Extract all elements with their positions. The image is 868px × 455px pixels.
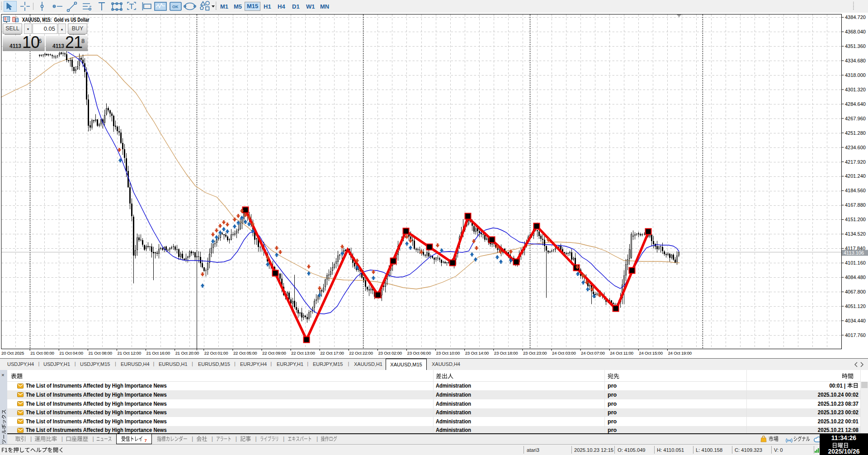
svg-text:4184.560: 4184.560	[845, 188, 866, 193]
svg-text:4134.520: 4134.520	[845, 231, 866, 237]
svg-text:24 Oct 07:00: 24 Oct 07:00	[581, 351, 605, 355]
svg-text:4251.280: 4251.280	[845, 130, 866, 136]
svg-text:4151.200: 4151.200	[845, 217, 866, 222]
svg-text:4284.640: 4284.640	[845, 101, 866, 107]
svg-text:4051.120: 4051.120	[845, 303, 866, 309]
svg-text:4101.160: 4101.160	[845, 260, 866, 265]
svg-text:24 Oct 11:00: 24 Oct 11:00	[610, 351, 633, 355]
svg-text:4301.320: 4301.320	[845, 87, 866, 92]
svg-text:4334.680: 4334.680	[845, 58, 866, 63]
svg-text:21 Oct 16:00: 21 Oct 16:00	[146, 351, 170, 355]
svg-text:23 Oct 02:00: 23 Oct 02:00	[378, 351, 402, 355]
svg-text:4267.960: 4267.960	[845, 116, 866, 121]
svg-text:24 Oct 03:00: 24 Oct 03:00	[552, 351, 576, 355]
svg-text:22 Oct 09:00: 22 Oct 09:00	[262, 351, 286, 355]
svg-text:20 Oct 2025: 20 Oct 2025	[1, 351, 24, 355]
svg-text:24 Oct 19:00: 24 Oct 19:00	[668, 351, 692, 355]
svg-text:22 Oct 13:00: 22 Oct 13:00	[291, 351, 315, 355]
svg-text:23 Oct 23:00: 23 Oct 23:00	[523, 351, 547, 355]
svg-text:4351.360: 4351.360	[845, 43, 866, 49]
svg-text:21 Oct 00:00: 21 Oct 00:00	[30, 351, 54, 355]
svg-text:4217.920: 4217.920	[845, 159, 866, 165]
svg-text:21 Oct 04:00: 21 Oct 04:00	[59, 351, 83, 355]
svg-text:OK: OK	[172, 5, 179, 9]
svg-text:4067.800: 4067.800	[845, 289, 866, 294]
svg-text:4384.720: 4384.720	[845, 14, 866, 20]
svg-text:4201.240: 4201.240	[845, 173, 866, 179]
svg-text:21 Oct 08:00: 21 Oct 08:00	[88, 351, 112, 355]
svg-text:4318.000: 4318.000	[845, 72, 866, 78]
svg-text:4113.106: 4113.106	[844, 250, 864, 256]
svg-text:22 Oct 17:00: 22 Oct 17:00	[320, 351, 344, 355]
svg-text:23 Oct 10:00: 23 Oct 10:00	[436, 351, 460, 355]
svg-text:4234.600: 4234.600	[845, 145, 866, 150]
svg-text:4084.480: 4084.480	[845, 275, 866, 280]
svg-text:23 Oct 06:00: 23 Oct 06:00	[407, 351, 431, 355]
svg-text:4034.440: 4034.440	[845, 318, 866, 323]
svg-text:22 Oct 22:00: 22 Oct 22:00	[349, 351, 373, 355]
svg-text:23 Oct 14:00: 23 Oct 14:00	[465, 351, 489, 355]
svg-text:4167.880: 4167.880	[845, 202, 866, 208]
svg-text:22 Oct 01:00: 22 Oct 01:00	[204, 351, 228, 355]
svg-text:21 Oct 12:00: 21 Oct 12:00	[118, 351, 142, 355]
svg-text:22 Oct 05:00: 22 Oct 05:00	[233, 351, 257, 355]
svg-text:23 Oct 18:00: 23 Oct 18:00	[494, 351, 518, 355]
svg-text:4368.040: 4368.040	[845, 29, 866, 34]
svg-text:24 Oct 15:00: 24 Oct 15:00	[639, 351, 663, 355]
svg-text:4017.760: 4017.760	[845, 332, 866, 338]
svg-text:21 Oct 20:00: 21 Oct 20:00	[175, 351, 199, 355]
